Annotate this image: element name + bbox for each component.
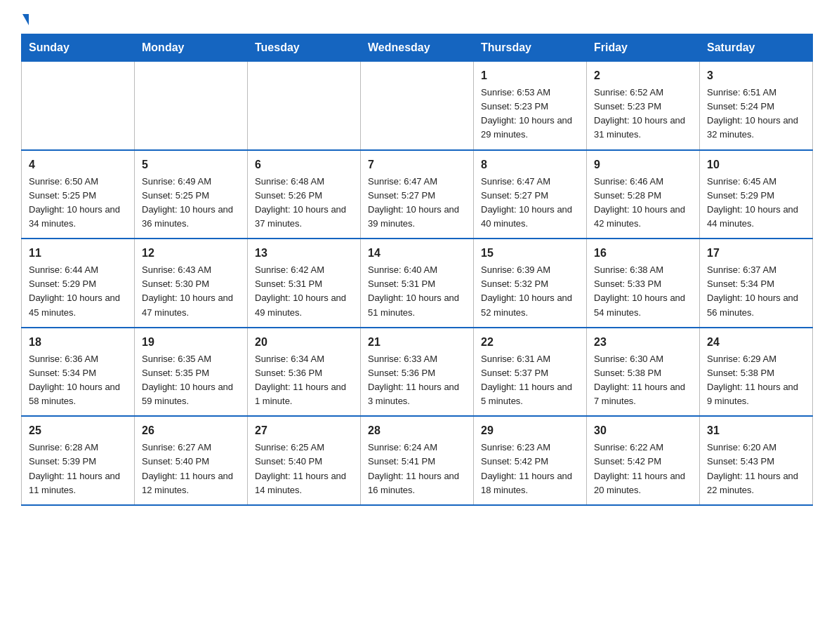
day-info: Sunrise: 6:20 AM Sunset: 5:43 PM Dayligh… [707, 441, 805, 497]
day-info: Sunrise: 6:22 AM Sunset: 5:42 PM Dayligh… [594, 441, 692, 497]
day-number: 29 [481, 422, 579, 439]
day-number: 12 [142, 245, 240, 262]
column-header-monday: Monday [135, 34, 248, 62]
day-info: Sunrise: 6:23 AM Sunset: 5:42 PM Dayligh… [481, 441, 579, 497]
calendar-cell: 1Sunrise: 6:53 AM Sunset: 5:23 PM Daylig… [474, 62, 587, 150]
calendar-cell [248, 62, 361, 150]
day-info: Sunrise: 6:52 AM Sunset: 5:23 PM Dayligh… [594, 86, 692, 142]
calendar-cell: 11Sunrise: 6:44 AM Sunset: 5:29 PM Dayli… [22, 239, 135, 328]
day-number: 23 [594, 334, 692, 351]
day-info: Sunrise: 6:36 AM Sunset: 5:34 PM Dayligh… [29, 352, 127, 409]
day-number: 9 [594, 156, 692, 173]
column-header-wednesday: Wednesday [361, 34, 474, 62]
day-number: 10 [707, 156, 805, 173]
day-number: 3 [707, 67, 805, 84]
day-number: 27 [255, 422, 353, 439]
day-info: Sunrise: 6:35 AM Sunset: 5:35 PM Dayligh… [142, 352, 240, 409]
calendar-cell [135, 62, 248, 150]
calendar-cell: 8Sunrise: 6:47 AM Sunset: 5:27 PM Daylig… [474, 150, 587, 239]
calendar-week-row: 11Sunrise: 6:44 AM Sunset: 5:29 PM Dayli… [22, 239, 813, 328]
day-info: Sunrise: 6:42 AM Sunset: 5:31 PM Dayligh… [255, 263, 353, 320]
calendar-header-row: SundayMondayTuesdayWednesdayThursdayFrid… [22, 34, 813, 62]
calendar-cell: 30Sunrise: 6:22 AM Sunset: 5:42 PM Dayli… [587, 416, 700, 505]
day-number: 26 [142, 422, 240, 439]
day-number: 24 [707, 334, 805, 351]
day-info: Sunrise: 6:37 AM Sunset: 5:34 PM Dayligh… [707, 263, 805, 320]
day-info: Sunrise: 6:31 AM Sunset: 5:37 PM Dayligh… [481, 352, 579, 409]
day-info: Sunrise: 6:40 AM Sunset: 5:31 PM Dayligh… [368, 263, 466, 320]
day-info: Sunrise: 6:49 AM Sunset: 5:25 PM Dayligh… [142, 175, 240, 232]
day-number: 21 [368, 334, 466, 351]
day-info: Sunrise: 6:30 AM Sunset: 5:38 PM Dayligh… [594, 352, 692, 409]
column-header-sunday: Sunday [22, 34, 135, 62]
day-info: Sunrise: 6:47 AM Sunset: 5:27 PM Dayligh… [368, 175, 466, 232]
day-info: Sunrise: 6:38 AM Sunset: 5:33 PM Dayligh… [594, 263, 692, 320]
day-number: 4 [29, 156, 127, 173]
calendar-cell: 29Sunrise: 6:23 AM Sunset: 5:42 PM Dayli… [474, 416, 587, 505]
day-info: Sunrise: 6:34 AM Sunset: 5:36 PM Dayligh… [255, 352, 353, 409]
day-info: Sunrise: 6:29 AM Sunset: 5:38 PM Dayligh… [707, 352, 805, 409]
calendar-cell: 5Sunrise: 6:49 AM Sunset: 5:25 PM Daylig… [135, 150, 248, 239]
day-number: 19 [142, 334, 240, 351]
day-info: Sunrise: 6:25 AM Sunset: 5:40 PM Dayligh… [255, 441, 353, 497]
day-number: 14 [368, 245, 466, 262]
day-info: Sunrise: 6:45 AM Sunset: 5:29 PM Dayligh… [707, 175, 805, 232]
day-number: 6 [255, 156, 353, 173]
page-header [21, 14, 813, 21]
calendar-cell: 24Sunrise: 6:29 AM Sunset: 5:38 PM Dayli… [700, 328, 813, 417]
calendar-cell: 15Sunrise: 6:39 AM Sunset: 5:32 PM Dayli… [474, 239, 587, 328]
day-number: 8 [481, 156, 579, 173]
day-info: Sunrise: 6:33 AM Sunset: 5:36 PM Dayligh… [368, 352, 466, 409]
calendar-cell [22, 62, 135, 150]
column-header-thursday: Thursday [474, 34, 587, 62]
calendar-week-row: 18Sunrise: 6:36 AM Sunset: 5:34 PM Dayli… [22, 328, 813, 417]
calendar-cell: 16Sunrise: 6:38 AM Sunset: 5:33 PM Dayli… [587, 239, 700, 328]
day-info: Sunrise: 6:51 AM Sunset: 5:24 PM Dayligh… [707, 86, 805, 142]
day-info: Sunrise: 6:48 AM Sunset: 5:26 PM Dayligh… [255, 175, 353, 232]
calendar-cell: 21Sunrise: 6:33 AM Sunset: 5:36 PM Dayli… [361, 328, 474, 417]
day-number: 22 [481, 334, 579, 351]
calendar-cell: 31Sunrise: 6:20 AM Sunset: 5:43 PM Dayli… [700, 416, 813, 505]
day-number: 13 [255, 245, 353, 262]
day-number: 28 [368, 422, 466, 439]
day-info: Sunrise: 6:39 AM Sunset: 5:32 PM Dayligh… [481, 263, 579, 320]
column-header-saturday: Saturday [700, 34, 813, 62]
day-number: 16 [594, 245, 692, 262]
calendar-cell: 14Sunrise: 6:40 AM Sunset: 5:31 PM Dayli… [361, 239, 474, 328]
day-info: Sunrise: 6:53 AM Sunset: 5:23 PM Dayligh… [481, 86, 579, 142]
calendar-cell: 12Sunrise: 6:43 AM Sunset: 5:30 PM Dayli… [135, 239, 248, 328]
day-number: 5 [142, 156, 240, 173]
calendar-cell: 13Sunrise: 6:42 AM Sunset: 5:31 PM Dayli… [248, 239, 361, 328]
calendar-cell: 3Sunrise: 6:51 AM Sunset: 5:24 PM Daylig… [700, 62, 813, 150]
day-number: 1 [481, 67, 579, 84]
calendar-cell: 28Sunrise: 6:24 AM Sunset: 5:41 PM Dayli… [361, 416, 474, 505]
day-number: 18 [29, 334, 127, 351]
calendar-cell: 10Sunrise: 6:45 AM Sunset: 5:29 PM Dayli… [700, 150, 813, 239]
column-header-friday: Friday [587, 34, 700, 62]
calendar-cell: 7Sunrise: 6:47 AM Sunset: 5:27 PM Daylig… [361, 150, 474, 239]
logo-triangle-icon [22, 14, 29, 25]
calendar-cell: 9Sunrise: 6:46 AM Sunset: 5:28 PM Daylig… [587, 150, 700, 239]
column-header-tuesday: Tuesday [248, 34, 361, 62]
calendar-cell: 27Sunrise: 6:25 AM Sunset: 5:40 PM Dayli… [248, 416, 361, 505]
calendar-cell: 20Sunrise: 6:34 AM Sunset: 5:36 PM Dayli… [248, 328, 361, 417]
day-number: 7 [368, 156, 466, 173]
day-info: Sunrise: 6:28 AM Sunset: 5:39 PM Dayligh… [29, 441, 127, 497]
day-info: Sunrise: 6:44 AM Sunset: 5:29 PM Dayligh… [29, 263, 127, 320]
calendar-table: SundayMondayTuesdayWednesdayThursdayFrid… [21, 34, 813, 506]
day-number: 11 [29, 245, 127, 262]
calendar-cell: 17Sunrise: 6:37 AM Sunset: 5:34 PM Dayli… [700, 239, 813, 328]
day-number: 2 [594, 67, 692, 84]
day-number: 31 [707, 422, 805, 439]
calendar-cell: 6Sunrise: 6:48 AM Sunset: 5:26 PM Daylig… [248, 150, 361, 239]
calendar-cell: 23Sunrise: 6:30 AM Sunset: 5:38 PM Dayli… [587, 328, 700, 417]
calendar-week-row: 4Sunrise: 6:50 AM Sunset: 5:25 PM Daylig… [22, 150, 813, 239]
calendar-cell: 22Sunrise: 6:31 AM Sunset: 5:37 PM Dayli… [474, 328, 587, 417]
day-number: 17 [707, 245, 805, 262]
calendar-week-row: 1Sunrise: 6:53 AM Sunset: 5:23 PM Daylig… [22, 62, 813, 150]
day-info: Sunrise: 6:47 AM Sunset: 5:27 PM Dayligh… [481, 175, 579, 232]
calendar-cell: 4Sunrise: 6:50 AM Sunset: 5:25 PM Daylig… [22, 150, 135, 239]
day-info: Sunrise: 6:43 AM Sunset: 5:30 PM Dayligh… [142, 263, 240, 320]
calendar-cell: 25Sunrise: 6:28 AM Sunset: 5:39 PM Dayli… [22, 416, 135, 505]
logo [21, 14, 29, 21]
